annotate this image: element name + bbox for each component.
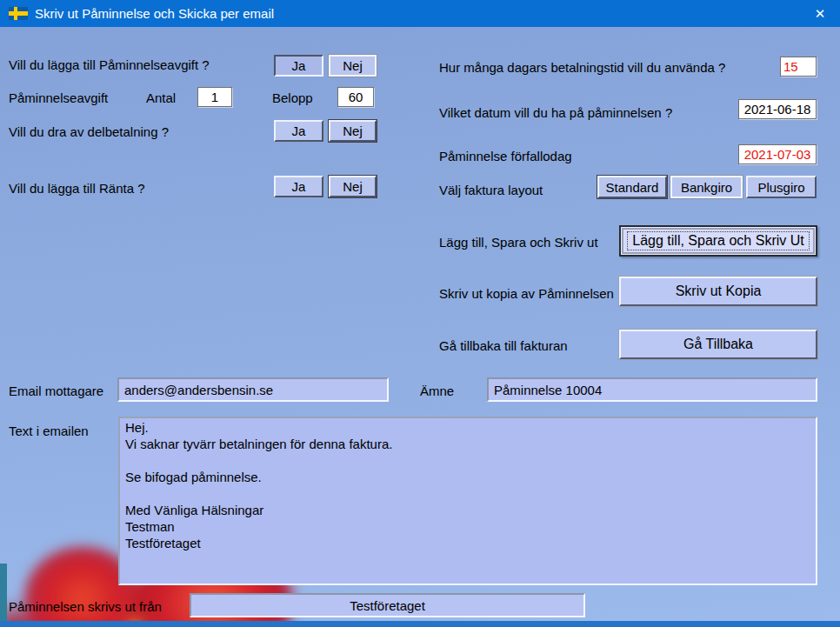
- email-body-label: Text i emailen: [9, 424, 89, 438]
- due-date-label: Påminnelse förfallodag: [439, 149, 572, 163]
- email-subject-input[interactable]: [487, 377, 817, 402]
- layout-bankgiro-button[interactable]: Bankgiro: [670, 176, 743, 198]
- due-date-input[interactable]: [738, 144, 817, 164]
- fee-label: Påminnelseavgift: [9, 90, 108, 105]
- window-bottom-border: [0, 621, 840, 627]
- fee-no-button[interactable]: Nej: [329, 55, 377, 77]
- go-back-button[interactable]: Gå Tillbaka: [619, 330, 817, 359]
- swedish-flag-icon: [9, 7, 28, 20]
- fee-amount-input[interactable]: [337, 87, 374, 107]
- interest-yes-button[interactable]: Ja: [274, 176, 323, 197]
- interest-question-label: Vill du lägga till Ränta ?: [9, 181, 145, 196]
- reminder-date-input[interactable]: [738, 99, 817, 119]
- email-subject-label: Ämne: [420, 384, 454, 398]
- add-save-print-label: Lägg till, Spara och Skriv ut: [439, 235, 598, 250]
- printed-from-field[interactable]: Testföretaget: [190, 593, 585, 617]
- partial-question-label: Vill du dra av delbetalning ?: [9, 124, 169, 139]
- close-button[interactable]: ✕: [800, 0, 840, 27]
- printed-from-label: Påminnelsen skrivs ut från: [9, 599, 162, 614]
- go-back-label: Gå tillbaka till fakturan: [439, 338, 568, 353]
- add-save-print-button-text: Lägg till, Spara och Skriv Ut: [627, 231, 809, 250]
- titlebar: Skriv ut Påminnelse och Skicka per email…: [0, 0, 840, 27]
- date-question-label: Vilket datum vill du ha på påminnelsen ?: [439, 105, 672, 120]
- fee-yes-button[interactable]: Ja: [274, 55, 323, 77]
- print-copy-button[interactable]: Skriv ut Kopia: [619, 277, 817, 306]
- window-title: Skriv ut Påminnelse och Skicka per email: [35, 6, 274, 21]
- days-question-label: Hur många dagars betalningstid vill du a…: [439, 60, 725, 75]
- payment-days-input[interactable]: [780, 57, 817, 77]
- layout-label: Välj faktura layout: [439, 183, 543, 197]
- email-body-textarea[interactable]: Hej. Vi saknar tyvärr betalningen för de…: [118, 417, 817, 585]
- close-icon: ✕: [815, 6, 826, 22]
- count-label: Antal: [146, 90, 176, 105]
- layout-standard-button[interactable]: Standard: [597, 176, 667, 198]
- email-recipient-label: Email mottagare: [9, 384, 103, 398]
- interest-no-button[interactable]: Nej: [329, 176, 377, 197]
- layout-plusgiro-button[interactable]: Plusgiro: [746, 176, 817, 198]
- partial-yes-button[interactable]: Ja: [274, 120, 323, 142]
- email-recipient-input[interactable]: [117, 377, 389, 402]
- fee-question-label: Vill du lägga till Påminnelseavgift ?: [9, 57, 210, 72]
- partial-no-button[interactable]: Nej: [329, 120, 377, 142]
- amount-label: Belopp: [272, 90, 313, 105]
- fee-count-input[interactable]: [197, 87, 232, 107]
- add-save-print-button[interactable]: Lägg till, Spara och Skriv Ut: [619, 225, 817, 257]
- photo-left-edge: [0, 564, 7, 622]
- reminder-print-window: Skriv ut Påminnelse och Skicka per email…: [0, 0, 840, 627]
- print-copy-label: Skriv ut kopia av Påminnelsen: [439, 286, 614, 301]
